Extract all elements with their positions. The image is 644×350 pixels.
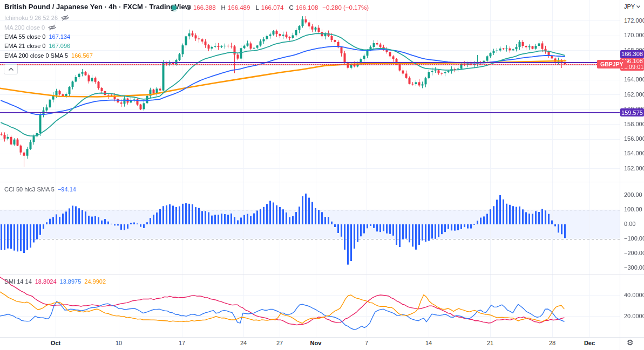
high-label: H [221,4,226,11]
cci-tick-label: 100.00 [624,207,642,212]
level-price-badge[interactable]: 159.575 [620,108,644,116]
indicator-label: CCI 50 hlc3 SMA 5 [4,186,55,193]
price-tick-label: 172.000 [624,18,644,24]
symbol-title[interactable]: British Pound / Japanese Yen · 4h · FXCM… [4,3,191,11]
price-pane-canvas[interactable] [0,0,620,182]
indicator-value: 167.134 [49,33,70,40]
time-axis-label: Nov [310,340,322,346]
ohlc-readout: O166.388 H166.489 L166.074 C166.108 −0.2… [186,4,369,11]
high-value: 166.489 [228,4,250,11]
dmi-di-plus-value: 13.8975 [60,278,82,285]
time-axis-separator [0,337,644,338]
pane-separator[interactable] [0,182,644,182]
price-tick-label: 162.000 [624,92,644,98]
price-tick-label: 154.000 [624,150,644,156]
dmi-di-minus-value: 18.8024 [35,278,57,285]
price-tick-label: 158.000 [624,121,644,127]
visibility-off-icon[interactable] [61,15,69,21]
collapse-pane-button[interactable] [4,64,18,74]
cci-tick-label: −200.00 [624,250,644,256]
dmi-tick-label: 20.0000 [624,313,644,319]
time-axis-label: 24 [240,340,247,346]
legend-row-cci[interactable]: CCI 50 hlc3 SMA 5 −94.14 [4,185,76,194]
symbol-price-tag[interactable]: GBPJPY [597,60,627,68]
open-label: O [186,4,191,11]
close-value: 166.108 [296,4,318,11]
gear-icon[interactable]: ⚙ [627,338,634,347]
legend-row-ma200[interactable]: MA 200 close 0 [4,23,56,32]
cci-tick-label: −100.00 [624,236,644,242]
indicator-label: MA 200 close 0 [4,24,45,31]
tradingview-chart-window: British Pound / Japanese Yen · 4h · FXCM… [0,0,644,350]
indicator-label: EMA 55 close 0 [4,33,45,40]
legend-row-dmi[interactable]: DMI 14 14 18.8024 13.8975 24.9902 [4,277,106,286]
price-axis-currency[interactable]: JPY [624,3,640,10]
price-tick-label: 164.000 [624,77,644,83]
time-axis-label: 21 [487,340,493,346]
price-tick-label: 170.000 [624,32,644,38]
open-value: 166.388 [193,4,216,11]
legend-row-ema21[interactable]: EMA 21 close 0 167.096 [4,42,70,50]
low-value: 166.074 [261,4,284,11]
time-axis-label: 7 [365,340,368,346]
legend-row-ichimoku[interactable]: Ichimoku 9 26 52 26 [4,13,69,22]
cci-tick-label: 0.00 [624,221,635,227]
legend-row-ema200[interactable]: EMA 200 close 0 SMA 5 166.567 [4,51,93,60]
price-tick-label: 152.000 [624,166,644,171]
change-value: −0.280 (−0.17%) [322,4,369,11]
cci-pane-canvas[interactable] [0,182,620,274]
cci-tick-label: 200.00 [624,192,642,198]
cci-tick-label: −300.00 [624,265,644,271]
indicator-label: EMA 200 close 0 SMA 5 [4,52,68,59]
indicator-label: DMI 14 14 [4,278,32,285]
time-axis-label: Dec [584,340,595,346]
visibility-off-icon[interactable] [48,24,56,31]
time-axis-label: 28 [549,340,555,346]
time-axis-label: Oct [51,340,60,346]
dmi-adx-value: 24.9902 [84,278,106,285]
currency-label: JPY [624,3,635,10]
legend-row-ema55[interactable]: EMA 55 close 0 167.134 [4,32,70,41]
time-axis-label: 17 [179,340,185,346]
level-price-value: 166.308 [621,51,643,57]
level-price-badge[interactable]: 166.308 [620,50,644,58]
low-label: L [255,4,259,11]
time-axis-label: 27 [276,340,283,346]
price-tick-label: 156.000 [624,136,644,142]
indicator-value: −94.14 [58,186,76,193]
indicator-label: EMA 21 close 0 [4,43,45,49]
market-status-dot [172,5,177,10]
chevron-up-icon [9,68,13,71]
level-price-value: 159.575 [621,109,643,116]
time-axis-label: 14 [425,340,432,346]
indicator-value: 167.096 [49,43,70,49]
indicator-value: 166.567 [71,52,93,59]
time-axis-label: 10 [116,340,122,346]
dmi-tick-label: 40.0000 [624,292,644,298]
close-label: C [289,4,293,11]
pane-separator[interactable] [0,274,644,274]
indicator-label: Ichimoku 9 26 52 26 [4,15,58,21]
chevron-down-icon [636,5,640,8]
